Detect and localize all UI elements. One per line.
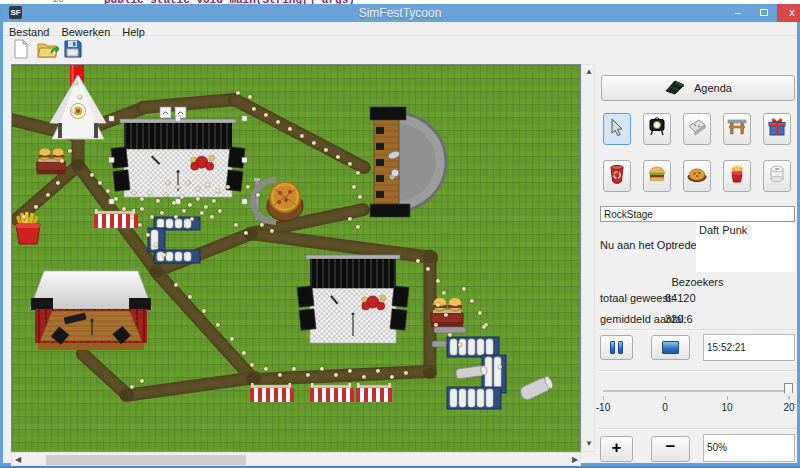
tool-pizza-button[interactable] <box>683 160 711 192</box>
map-tent[interactable] <box>48 73 108 143</box>
footpath[interactable] <box>135 92 242 114</box>
map-pipe[interactable] <box>519 374 556 401</box>
visitor-dot <box>436 279 440 283</box>
save-icon <box>63 45 83 62</box>
slider-track[interactable] <box>603 390 793 392</box>
tool-path-button[interactable] <box>683 113 711 145</box>
tool-fries-button[interactable] <box>723 160 751 192</box>
time-display[interactable]: 15:52:21 <box>703 334 795 361</box>
stat-total-label: totaal geweest: <box>600 292 674 304</box>
map-barrier_u[interactable] <box>148 217 200 263</box>
visitor-dot <box>172 201 176 205</box>
now-playing-listbox[interactable]: Daft Punk <box>696 223 795 272</box>
scroll-left-icon[interactable]: ◀ <box>15 456 21 464</box>
tool-gift-button[interactable] <box>763 113 791 145</box>
visitor-dot <box>202 309 206 313</box>
map-barn_stage[interactable] <box>30 271 152 361</box>
visitor-dot <box>276 120 280 124</box>
footpath[interactable] <box>149 264 263 388</box>
visitor-dot <box>156 199 160 203</box>
zoom-out-button[interactable]: − <box>651 436 690 462</box>
visitor-dot <box>174 215 178 219</box>
horizontal-scrollbar[interactable]: ◀ ▶ <box>11 452 581 466</box>
slider-tick <box>727 396 728 400</box>
now-playing-label: Nu aan het Optreden: <box>600 239 706 251</box>
window-title: SimFestTycoon <box>3 6 797 20</box>
open-button[interactable] <box>37 39 59 61</box>
map-striped_stand[interactable] <box>310 383 352 403</box>
visitor-dot <box>90 173 94 177</box>
tool-select-button[interactable] <box>603 113 631 145</box>
agenda-button[interactable]: Agenda <box>601 75 795 101</box>
close-button[interactable]: x <box>777 4 800 22</box>
vertical-scrollbar[interactable]: ▲ ▼ <box>581 64 595 452</box>
slider-tick-label: 0 <box>662 402 668 413</box>
visitor-dot <box>264 113 268 117</box>
open-icon <box>37 45 59 62</box>
map-food_fries[interactable] <box>12 208 46 248</box>
map-striped_stand[interactable] <box>94 209 136 229</box>
visitor-dot <box>448 333 452 337</box>
maximize-button[interactable] <box>751 4 777 22</box>
visitor-dot <box>216 189 220 193</box>
map-striped_stand[interactable] <box>356 383 392 403</box>
visitor-dot <box>358 195 362 199</box>
minimize-button[interactable]: – <box>725 4 751 22</box>
visitor-dot <box>154 243 158 247</box>
app-window: SF SimFestTycoon – x BestandBewerkenHelp… <box>0 4 800 466</box>
tool-toilet-button[interactable] <box>763 160 791 192</box>
visitor-dot <box>348 217 352 221</box>
zoom-in-button[interactable]: + <box>600 436 633 462</box>
visitor-dot <box>196 197 200 201</box>
visitor-dot <box>162 253 166 257</box>
visitor-dot <box>260 223 264 227</box>
visitor-dot <box>22 215 26 219</box>
visitor-dot <box>150 215 154 219</box>
scroll-down-icon[interactable]: ▼ <box>585 440 593 448</box>
agenda-label: Agenda <box>694 82 732 94</box>
visitor-dot <box>246 185 250 189</box>
spotlight-icon <box>646 116 668 142</box>
map-food_pizza[interactable] <box>258 175 306 225</box>
tool-trash-button[interactable] <box>603 160 631 192</box>
new-button[interactable] <box>11 39 33 61</box>
scroll-up-icon[interactable]: ▲ <box>585 68 593 76</box>
stage-icon <box>726 116 748 142</box>
screen: 10 public static void main(String[] args… <box>0 0 800 468</box>
visitor-dot <box>356 171 360 175</box>
tool-stage-button[interactable] <box>723 113 751 145</box>
save-button[interactable] <box>63 39 85 61</box>
scroll-right-icon[interactable]: ▶ <box>572 456 578 464</box>
path-junction <box>423 368 437 379</box>
visitor-dot <box>348 162 352 166</box>
visitor-dot <box>166 181 170 185</box>
stop-button[interactable] <box>651 335 690 360</box>
zoom-level-display[interactable]: 50% <box>703 434 795 462</box>
gift-icon <box>766 116 788 142</box>
visitor-dot <box>160 211 164 215</box>
horizontal-scroll-thumb[interactable] <box>46 455 246 465</box>
visitor-dot <box>138 223 142 227</box>
map-viewport[interactable] <box>11 64 581 452</box>
slider-tick-label: 10 <box>721 402 732 413</box>
titlebar[interactable]: SF SimFestTycoon – x <box>3 4 797 22</box>
pause-button[interactable] <box>600 335 633 360</box>
tool-spotlight-button[interactable] <box>643 113 671 145</box>
map-striped_stand[interactable] <box>250 383 292 403</box>
visitor-dot <box>352 185 356 189</box>
map-acoustic_stage[interactable] <box>354 107 440 217</box>
visitor-dot <box>498 365 502 369</box>
footpath[interactable] <box>119 370 263 403</box>
visitor-dot <box>56 181 60 185</box>
visitor-dot <box>436 303 440 307</box>
map-big_stage[interactable] <box>298 255 408 347</box>
map-signs[interactable] <box>160 107 186 119</box>
speed-slider[interactable]: -1001020 <box>601 380 795 420</box>
toolbar <box>3 37 797 63</box>
tool-burger-button[interactable] <box>643 160 671 192</box>
visitor-dot <box>348 369 352 373</box>
stage-name-input[interactable] <box>600 206 795 222</box>
visitor-dot <box>206 183 210 187</box>
maximize-icon <box>760 9 768 16</box>
slider-tick <box>603 396 604 400</box>
